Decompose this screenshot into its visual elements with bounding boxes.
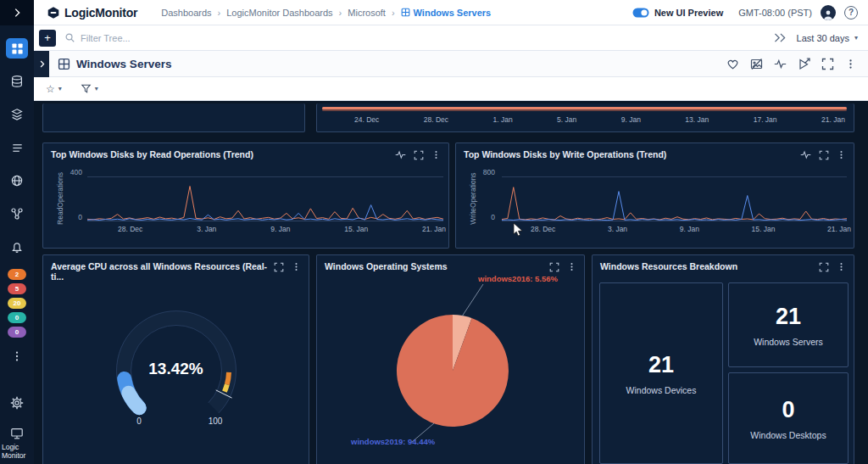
breadcrumb-windows-servers[interactable]: Windows Servers [401,8,492,18]
kebab-icon[interactable] [431,149,441,160]
fullscreen-icon[interactable] [819,150,829,160]
breadcrumb-separator: › [339,8,342,18]
breakdown-tile-devices[interactable]: 21 Windows Devices [599,282,723,464]
tile-value: 0 [782,397,794,423]
globe-icon [10,174,24,187]
dashboard-filter-row: ☆▾ ▾ [34,77,868,101]
toggle-on-icon [632,8,649,18]
widget-os-pie: Windows Operating Systems windows2016: 5… [316,254,585,464]
widget-title: Top Windows Disks by Read Operations (Tr… [51,149,253,159]
alert-badge-warning[interactable]: 20 [8,298,26,309]
gauge-value: 13.42% [43,360,309,378]
breakdown-tile-servers[interactable]: 21 Windows Servers [728,282,849,367]
pulse-icon[interactable] [395,149,406,160]
fullscreen-icon[interactable] [819,262,829,272]
time-range-selector[interactable]: Last 30 days ▾ [774,32,858,43]
monitor-icon [10,427,24,440]
breakdown-tile-desktops[interactable]: 0 Windows Desktops [728,372,849,464]
sidebar-item-remote-session[interactable] [6,423,28,444]
tile-label: Windows Devices [626,385,697,395]
tile-value: 21 [648,352,674,378]
timezone-label[interactable]: GMT-08:00 (PST) [738,8,812,18]
database-icon [10,75,24,88]
chevron-down-icon: ▾ [95,85,98,92]
logo-text: LogicMonitor [64,6,137,20]
breadcrumb: Dashboards › LogicMonitor Dashboards › M… [161,8,491,18]
sidebar-item-mapping[interactable] [6,204,28,224]
image-off-button[interactable] [750,58,763,70]
kebab-icon[interactable] [837,261,846,272]
chevron-down-icon: ▾ [854,34,858,42]
pie-slice-label-windows2016: windows2016: 5.56% [478,274,558,283]
bell-icon [10,240,24,254]
breadcrumb-dashboards[interactable]: Dashboards [161,8,211,18]
trend-line [322,107,847,109]
widget-title: Windows Resources Breakdown [600,261,737,271]
sidebar-collapse-button[interactable] [0,0,34,25]
kebab-icon[interactable] [837,149,846,160]
logicmonitor-logo[interactable]: LogicMonitor [47,6,137,20]
dashboard-icon [401,8,410,17]
kebab-menu-button[interactable] [845,58,856,70]
page-title: Windows Servers [76,58,171,70]
sidebar-item-settings[interactable] [6,393,28,413]
filter-dropdown[interactable]: ▾ [81,83,98,94]
play-slideshow-button[interactable] [798,58,810,70]
sidebar-item-resources[interactable] [6,71,28,92]
person-icon [822,9,834,20]
help-button[interactable]: ? [844,6,858,20]
tile-label: Windows Servers [754,337,823,347]
favorites-dropdown[interactable]: ☆▾ [46,83,62,95]
y-tick: 800 [468,168,495,176]
sidebar-item-alerts[interactable] [6,237,28,257]
breadcrumb-logicmonitor-dashboards[interactable]: LogicMonitor Dashboards [226,8,332,18]
sidebar: 2 5 20 0 0 Logic Monitor [0,0,34,464]
star-icon: ☆ [46,83,55,95]
add-button[interactable]: + [39,30,56,47]
funnel-icon [81,83,92,94]
tile-label: Windows Desktops [750,430,826,440]
pulse-button[interactable] [774,58,787,70]
pulse-icon[interactable] [800,149,811,160]
alert-badge-error[interactable]: 5 [8,283,26,294]
sidebar-item-websites[interactable] [6,171,28,191]
dashboard-canvas: 24. Dec28. Dec1. Jan5. Jan9. Jan13. Jan1… [34,101,868,464]
fullscreen-icon[interactable] [414,150,424,160]
alert-badges: 2 5 20 0 0 [8,269,26,338]
y-tick: 0 [55,213,82,221]
filter-tree-input[interactable] [81,33,284,43]
logicmonitor-logo-icon [47,6,60,20]
sidebar-item-dashboards[interactable] [6,38,28,59]
widget-title: Top Windows Disks by Write Operations (T… [464,149,666,159]
favorite-button[interactable] [726,58,739,70]
expand-tree-button[interactable] [34,51,49,77]
user-avatar[interactable] [821,5,836,20]
alert-badge-info[interactable]: 0 [8,312,26,323]
dashboard-icon [58,58,70,70]
breadcrumb-separator: › [392,8,395,18]
sidebar-item-modules[interactable] [6,104,28,125]
chevron-right-icon [11,7,23,19]
widget-cropped-left [42,103,305,132]
kebab-icon [11,349,23,363]
gauge-min-label: 0 [125,416,153,426]
widget-read-operations: Top Windows Disks by Read Operations (Tr… [42,143,449,249]
alert-badge-critical[interactable]: 2 [8,269,26,280]
y-tick: 400 [55,168,82,176]
sidebar-item-logs[interactable] [6,137,28,158]
x-axis-labels: 28. Dec3. Jan9. Jan15. Jan21. Jan [531,225,851,233]
breadcrumb-microsoft[interactable]: Microsoft [348,8,386,18]
kebab-icon[interactable] [292,261,301,272]
write-operations-chart[interactable] [502,172,847,221]
sidebar-more-button[interactable] [6,346,28,366]
layers-icon [10,108,24,121]
os-pie-chart[interactable] [317,255,586,464]
fullscreen-button[interactable] [821,58,834,70]
sidebar-logo-text: Logic Monitor [2,444,32,461]
new-ui-preview-toggle[interactable]: New UI Preview [632,8,723,18]
fullscreen-icon[interactable] [274,262,284,272]
alert-badge-other[interactable]: 0 [8,327,26,338]
read-operations-chart[interactable] [87,172,443,221]
search-icon [64,32,75,43]
logs-icon [11,142,24,154]
